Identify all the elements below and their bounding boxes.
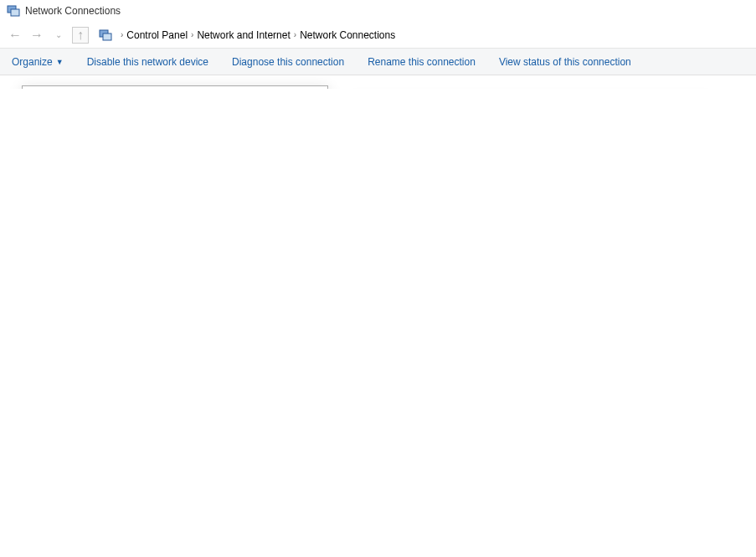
view-status-button[interactable]: View status of this connection <box>499 56 631 68</box>
chevron-down-icon: ▼ <box>56 58 64 66</box>
nav-recent-dropdown[interactable]: ⌄ <box>50 27 67 44</box>
organize-label: Organize <box>12 56 53 68</box>
dialog-titlebar[interactable]: Ethernet Properties ✕ <box>23 86 327 89</box>
window-title: Network Connections <box>25 5 121 17</box>
window-titlebar: Network Connections <box>0 0 756 22</box>
nav-forward-button[interactable]: → <box>28 27 45 44</box>
nav-up-button[interactable]: ↑ <box>72 27 89 44</box>
breadcrumb-sep-icon: › <box>191 30 193 39</box>
organize-menu[interactable]: Organize ▼ <box>12 56 64 68</box>
ethernet-properties-dialog: Ethernet Properties ✕ Networking Connect… <box>22 85 328 89</box>
disable-device-button[interactable]: Disable this network device <box>87 56 208 68</box>
svg-rect-3 <box>103 34 111 40</box>
breadcrumb-icon <box>99 28 112 42</box>
network-connections-icon <box>7 4 20 18</box>
breadcrumb-network-connections[interactable]: Network Connections <box>300 29 395 41</box>
diagnose-connection-button[interactable]: Diagnose this connection <box>232 56 344 68</box>
breadcrumb-sep-icon: › <box>121 30 123 39</box>
toolbar: Organize ▼ Disable this network device D… <box>0 49 756 75</box>
breadcrumb-network-internet[interactable]: Network and Internet <box>197 29 290 41</box>
svg-rect-1 <box>11 9 19 16</box>
breadcrumb-control-panel[interactable]: Control Panel <box>126 29 188 41</box>
rename-connection-button[interactable]: Rename this connection <box>368 56 476 68</box>
nav-back-button[interactable]: ← <box>7 27 23 44</box>
breadcrumb-sep-icon: › <box>294 30 296 39</box>
nav-row: ← → ⌄ ↑ › Control Panel › Network and In… <box>0 22 756 49</box>
